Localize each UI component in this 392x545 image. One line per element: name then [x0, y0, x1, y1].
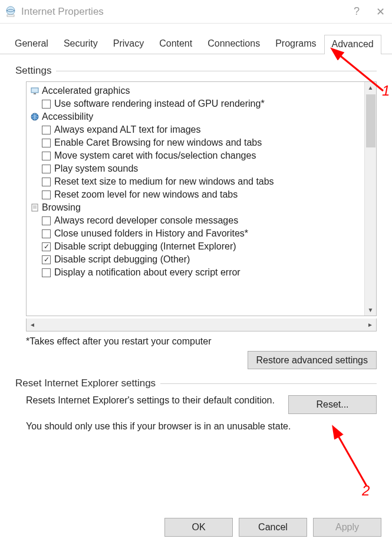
option-row[interactable]: Reset zoom level for new windows and tab… — [30, 188, 363, 201]
reset-warning: You should only use this if your browser… — [26, 421, 377, 432]
tab-privacy[interactable]: Privacy — [106, 34, 151, 54]
option-label: Disable script debugging (Internet Explo… — [54, 241, 236, 252]
titlebar: Internet Properties ? ✕ — [0, 0, 392, 24]
scroll-right-icon[interactable]: ► — [364, 321, 376, 328]
option-row[interactable]: Close unused folders in History and Favo… — [30, 227, 363, 240]
tab-programs[interactable]: Programs — [268, 34, 324, 54]
option-label: Always expand ALT text for images — [54, 124, 200, 135]
tab-content[interactable]: Content — [151, 34, 200, 54]
tab-connections[interactable]: Connections — [200, 34, 268, 54]
checkbox[interactable] — [42, 229, 51, 238]
checkbox[interactable] — [42, 126, 51, 134]
svg-line-10 — [337, 434, 367, 486]
vertical-scrollbar[interactable]: ▲ ▼ — [364, 82, 376, 316]
option-row[interactable]: Always expand ALT text for images — [30, 123, 363, 136]
category-browsing: Browsing — [30, 201, 363, 214]
category-label: Accelerated graphics — [42, 86, 130, 96]
option-label: Reset zoom level for new windows and tab… — [54, 189, 238, 200]
option-row[interactable]: Always record developer console messages — [30, 214, 363, 227]
option-row[interactable]: Display a notification about every scrip… — [30, 266, 363, 279]
horizontal-scrollbar[interactable]: ◄ ► — [26, 319, 377, 331]
checkbox[interactable] — [42, 255, 51, 264]
option-row[interactable]: Disable script debugging (Internet Explo… — [30, 240, 363, 253]
category-accelerated-graphics: Accelerated graphics — [30, 84, 363, 97]
option-row[interactable]: Play system sounds — [30, 162, 363, 175]
reset-description: Resets Internet Explorer's settings to t… — [26, 395, 276, 406]
option-label: Always record developer console messages — [54, 215, 238, 226]
option-label: Move system caret with focus/selection c… — [54, 150, 256, 161]
option-row[interactable]: Disable script debugging (Other) — [30, 253, 363, 266]
category-accessibility: Accessibility — [30, 110, 363, 123]
svg-rect-2 — [31, 88, 38, 93]
scroll-up-icon[interactable]: ▲ — [368, 82, 374, 93]
checkbox[interactable] — [42, 139, 51, 147]
window-title: Internet Properties — [21, 6, 350, 18]
scroll-down-icon[interactable]: ▼ — [368, 304, 374, 316]
option-label: Close unused folders in History and Favo… — [54, 228, 248, 239]
apply-button[interactable]: Apply — [313, 518, 381, 537]
scroll-thumb[interactable] — [366, 94, 375, 147]
option-label: Reset text size to medium for new window… — [54, 176, 274, 187]
annotation-arrow-2 — [330, 429, 383, 496]
option-row[interactable]: Use software rendering instead of GPU re… — [30, 97, 363, 110]
reset-button[interactable]: Reset... — [288, 395, 377, 414]
checkbox[interactable] — [42, 216, 51, 225]
option-label: Display a notification about every scrip… — [54, 267, 241, 278]
reset-legend: Reset Internet Explorer settings — [15, 377, 377, 389]
ok-button[interactable]: OK — [164, 518, 233, 537]
option-row[interactable]: Reset text size to medium for new window… — [30, 175, 363, 188]
svg-rect-5 — [32, 204, 38, 211]
option-row[interactable]: Enable Caret Browsing for new windows an… — [30, 136, 363, 149]
svg-rect-3 — [34, 93, 36, 94]
ie-app-icon — [5, 6, 17, 18]
tab-advanced[interactable]: Advanced — [324, 35, 381, 54]
category-label: Accessibility — [42, 111, 93, 122]
dialog-buttons: OK Cancel Apply — [164, 518, 381, 537]
page-icon — [30, 203, 39, 212]
checkbox[interactable] — [42, 165, 51, 173]
option-label: Play system sounds — [54, 163, 138, 174]
option-label: Use software rendering instead of GPU re… — [54, 99, 265, 109]
cancel-button[interactable]: Cancel — [239, 518, 307, 537]
globe-icon — [30, 112, 39, 122]
checkbox[interactable] — [42, 191, 51, 199]
tab-general[interactable]: General — [7, 34, 56, 54]
checkbox[interactable] — [42, 100, 51, 109]
help-button[interactable]: ? — [350, 5, 364, 18]
restart-footnote: *Takes effect after you restart your com… — [26, 336, 377, 347]
scroll-left-icon[interactable]: ◄ — [27, 321, 38, 328]
tab-security[interactable]: Security — [56, 34, 106, 54]
tabstrip: GeneralSecurityPrivacyContentConnections… — [0, 24, 392, 54]
svg-rect-1 — [7, 15, 14, 17]
category-label: Browsing — [42, 202, 81, 213]
close-button[interactable]: ✕ — [373, 5, 387, 18]
checkbox[interactable] — [42, 242, 51, 251]
option-label: Enable Caret Browsing for new windows an… — [54, 137, 262, 148]
checkbox[interactable] — [42, 178, 51, 186]
checkbox[interactable] — [42, 152, 51, 160]
checkbox[interactable] — [42, 268, 51, 277]
monitor-icon — [30, 86, 39, 96]
annotation-label-1: 1 — [382, 83, 390, 99]
annotation-label-2: 2 — [362, 482, 370, 499]
option-row[interactable]: Move system caret with focus/selection c… — [30, 149, 363, 162]
settings-tree: Accelerated graphicsUse software renderi… — [26, 81, 377, 316]
restore-advanced-button[interactable]: Restore advanced settings — [248, 351, 377, 369]
settings-legend: Settings — [15, 65, 377, 77]
svg-point-0 — [6, 6, 15, 15]
option-label: Disable script debugging (Other) — [54, 254, 190, 265]
